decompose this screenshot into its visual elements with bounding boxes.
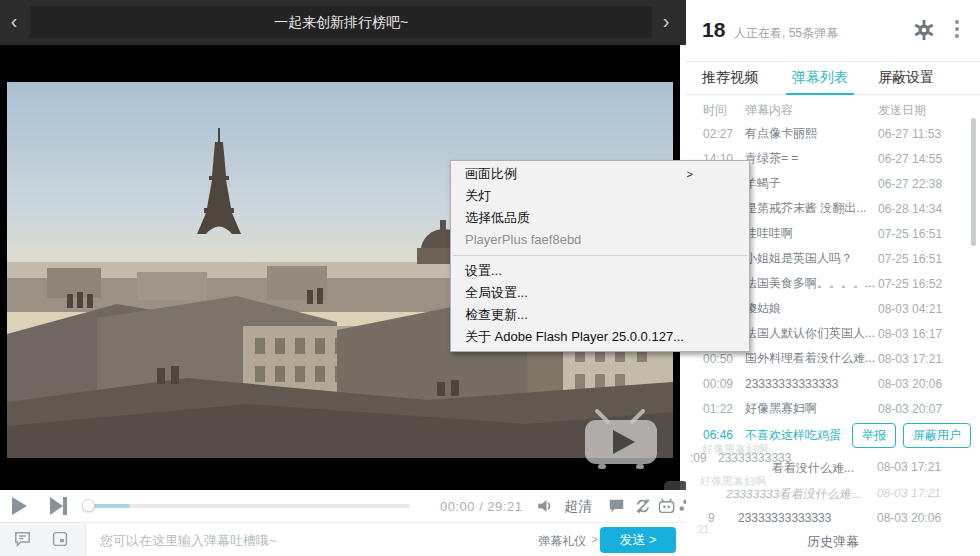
danmaku-toggle-icon[interactable]: [608, 498, 625, 518]
gear-icon[interactable]: [912, 18, 936, 42]
submenu-arrow-icon: >: [687, 163, 693, 185]
danmaku-tools: [0, 523, 86, 556]
play-button[interactable]: [12, 497, 27, 515]
kebab-menu-icon[interactable]: [954, 20, 960, 42]
video-title-box: 一起来创新排行榜吧~: [30, 6, 652, 38]
comment-bubble-icon[interactable]: [14, 531, 31, 551]
time-display: 00:00 / 29:21: [440, 499, 522, 514]
danmaku-block-icon[interactable]: [634, 497, 652, 519]
history-danmaku-link[interactable]: 历史弹幕: [686, 533, 980, 551]
menu-item-lights-off[interactable]: 关灯: [451, 185, 749, 207]
chevron-left-icon: ‹: [11, 10, 18, 32]
list-scrollbar[interactable]: [971, 118, 976, 246]
playlist-bar: ‹ 一起来创新排行榜吧~ ›: [0, 0, 686, 45]
col-content-header: 弹幕内容: [745, 102, 793, 119]
next-video-button[interactable]: ›: [654, 0, 678, 45]
volume-icon[interactable]: [536, 497, 554, 519]
menu-item-low-quality[interactable]: 选择低品质: [451, 207, 749, 229]
progress-handle[interactable]: [82, 499, 95, 512]
danmaku-row[interactable]: 02:27有点像卡丽熙06-27 11:53: [686, 121, 980, 146]
glitched-rows: 好像黑寡妇啊 :09 23333333333 看着没什么难... 08-03 1…: [686, 440, 980, 556]
sidebar-tabs: 推荐视频 弹幕列表 屏蔽设置: [686, 62, 980, 95]
danmaku-row[interactable]: 00:092333333333333308-03 20:06: [686, 371, 980, 396]
menu-item-settings[interactable]: 设置...: [451, 260, 749, 282]
toolbox-tv-icon[interactable]: [658, 498, 675, 518]
tv-play-watermark-icon[interactable]: [582, 408, 660, 472]
col-time-header: 时间: [703, 102, 727, 119]
menu-item-about-flash[interactable]: 关于 Adobe Flash Player 25.0.0.127...: [451, 326, 749, 348]
danmaku-style-icon[interactable]: [52, 531, 68, 551]
menu-item-global-settings[interactable]: 全局设置...: [451, 282, 749, 304]
chevron-right-icon: ›: [663, 10, 670, 32]
tab-recommended[interactable]: 推荐视频: [702, 69, 758, 87]
col-date-header: 发送日期: [878, 102, 926, 119]
player-controls: 00:00 / 29:21 超清: [0, 490, 686, 522]
sidebar-header: 18 人正在看, 55条弹幕: [686, 0, 980, 62]
prev-video-button[interactable]: ‹: [2, 0, 26, 45]
tab-danmaku-list[interactable]: 弹幕列表: [792, 69, 848, 87]
menu-item-check-update[interactable]: 检查更新...: [451, 304, 749, 326]
video-title: 一起来创新排行榜吧~: [30, 6, 652, 38]
flash-context-menu: 画面比例 > 关灯 选择低品质 PlayerPlus faef8ebd 设置..…: [450, 160, 750, 352]
quality-selector[interactable]: 超清: [564, 498, 592, 516]
danmaku-etiquette-link[interactable]: 弹幕礼仪: [538, 533, 586, 550]
menu-item-playerplus: PlayerPlus faef8ebd: [451, 229, 749, 251]
watching-label: 人正在看, 55条弹幕: [734, 25, 838, 42]
menu-separator: [453, 255, 747, 256]
menu-item-aspect-ratio[interactable]: 画面比例 >: [451, 163, 749, 185]
send-button[interactable]: 发送 >: [600, 527, 676, 553]
danmaku-input-bar: 弹幕礼仪 > 发送 >: [0, 522, 686, 556]
danmaku-list-header: 时间 弹幕内容 发送日期: [686, 95, 980, 121]
watching-count: 18: [702, 18, 725, 42]
danmaku-input[interactable]: [100, 528, 430, 552]
danmaku-row[interactable]: 01:22好像黑寡妇啊08-03 20:07: [686, 396, 980, 421]
progress-bar[interactable]: [86, 504, 410, 508]
tab-block-settings[interactable]: 屏蔽设置: [878, 69, 934, 87]
next-track-button[interactable]: [50, 497, 70, 519]
etiquette-arrow-icon: >: [592, 533, 598, 545]
video-page: ‹ 一起来创新排行榜吧~ ›: [0, 0, 980, 556]
